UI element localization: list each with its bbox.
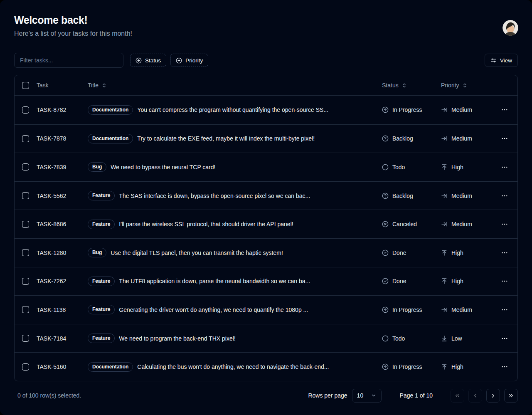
- circle-check-icon: [382, 278, 389, 284]
- row-actions-button[interactable]: [498, 190, 511, 201]
- actions-cell: [492, 219, 517, 230]
- status-cell: Todo: [374, 335, 437, 342]
- row-checkbox[interactable]: [22, 163, 29, 170]
- status-text: Done: [392, 278, 406, 284]
- row-checkbox[interactable]: [22, 135, 29, 142]
- arrow-up-to-line-icon: [441, 278, 448, 284]
- chevrons-up-down-icon: [401, 83, 407, 88]
- label-badge: Documentation: [88, 362, 133, 372]
- status-sort-button[interactable]: Status: [382, 82, 407, 89]
- ellipsis-icon: [501, 335, 508, 342]
- title-column-header: Title: [88, 82, 99, 89]
- priority-text: High: [451, 249, 463, 256]
- row-actions-button[interactable]: [498, 219, 511, 230]
- table-row: TASK-1280BugUse the digital TLS panel, t…: [15, 238, 517, 267]
- row-checkbox[interactable]: [22, 249, 29, 256]
- row-cell-checkbox: [15, 363, 33, 371]
- select-all-checkbox[interactable]: [22, 82, 29, 89]
- ellipsis-icon: [501, 277, 508, 285]
- task-title: You can't compress the program without q…: [137, 106, 328, 113]
- priority-sort-button[interactable]: Priority: [441, 82, 468, 89]
- circle-x-icon: [382, 221, 389, 227]
- actions-cell: [492, 133, 517, 144]
- arrow-right-to-line-icon: [441, 221, 448, 227]
- table-row: TASK-8782DocumentationYou can't compress…: [15, 96, 517, 124]
- arrow-right-to-line-icon: [441, 135, 448, 142]
- priority-text: Medium: [451, 221, 472, 227]
- circle-help-icon: [382, 135, 389, 142]
- circle-icon: [382, 164, 389, 170]
- view-options-label: View: [500, 57, 512, 64]
- row-checkbox[interactable]: [22, 335, 29, 342]
- row-checkbox[interactable]: [22, 192, 29, 199]
- row-actions-button[interactable]: [498, 304, 511, 315]
- priority-cell: High: [437, 249, 492, 256]
- priority-text: Medium: [451, 106, 472, 113]
- row-actions-button[interactable]: [498, 276, 511, 287]
- chevron-left-icon: [472, 393, 478, 399]
- arrow-up-to-line-icon: [441, 363, 448, 370]
- row-cell-title: FeatureI'll parse the wireless SSL proto…: [84, 220, 374, 229]
- rows-per-page-select[interactable]: 10: [352, 389, 382, 403]
- priority-cell: Medium: [437, 106, 492, 113]
- label-badge: Documentation: [88, 134, 133, 143]
- title-sort-button[interactable]: Title: [88, 82, 107, 89]
- status-cell: Backlog: [374, 193, 437, 199]
- actions-cell: [492, 247, 517, 258]
- label-badge: Feature: [88, 333, 115, 343]
- row-actions-button[interactable]: [498, 133, 511, 144]
- last-page-button[interactable]: [504, 389, 518, 403]
- actions-cell: [492, 276, 517, 287]
- priority-cell: High: [437, 278, 492, 284]
- row-cell-title: FeatureThe UTF8 application is down, par…: [84, 277, 374, 286]
- header-cell-title: Title: [84, 82, 374, 89]
- row-actions-button[interactable]: [498, 247, 511, 258]
- arrow-right-to-line-icon: [441, 106, 448, 113]
- user-avatar[interactable]: [502, 20, 518, 36]
- table-row: TASK-1138FeatureGenerating the driver wo…: [15, 295, 517, 324]
- table-row: TASK-7262FeatureThe UTF8 application is …: [15, 267, 517, 296]
- task-title: We need to bypass the neural TCP card!: [111, 164, 215, 170]
- page-title: Welcome back!: [14, 14, 518, 26]
- task-title: Use the digital TLS panel, then you can …: [111, 249, 283, 256]
- tasks-page: Welcome back! Here's a list of your task…: [0, 0, 532, 415]
- label-badge: Feature: [88, 305, 115, 314]
- ellipsis-icon: [501, 249, 508, 257]
- row-checkbox[interactable]: [22, 306, 29, 313]
- priority-filter-button[interactable]: Priority: [170, 54, 208, 67]
- status-cell: Backlog: [374, 135, 437, 142]
- row-checkbox[interactable]: [22, 363, 29, 371]
- priority-filter-label: Priority: [185, 57, 203, 64]
- first-page-button: [451, 389, 464, 403]
- rows-per-page-label: Rows per page: [308, 392, 347, 399]
- row-checkbox[interactable]: [22, 278, 29, 285]
- status-cell: Done: [374, 249, 437, 256]
- task-title: The SAS interface is down, bypass the op…: [119, 193, 310, 199]
- filter-tasks-input[interactable]: [14, 53, 123, 68]
- task-title: Try to calculate the EXE feed, maybe it …: [137, 135, 315, 142]
- table-row: TASK-7839BugWe need to bypass the neural…: [15, 153, 517, 181]
- page-indicator: Page 1 of 10: [400, 392, 433, 399]
- view-options-button[interactable]: View: [485, 54, 518, 67]
- row-checkbox[interactable]: [22, 221, 29, 228]
- status-text: Todo: [392, 335, 405, 342]
- header-cell-checkbox: [15, 82, 33, 89]
- row-actions-button[interactable]: [498, 104, 511, 115]
- row-actions-button[interactable]: [498, 162, 511, 173]
- status-filter-button[interactable]: Status: [130, 54, 166, 67]
- priority-cell: Medium: [437, 306, 492, 313]
- priority-text: High: [451, 363, 463, 370]
- ellipsis-icon: [501, 106, 508, 114]
- priority-text: Low: [451, 335, 462, 342]
- table-row: TASK-7184FeatureWe need to program the b…: [15, 324, 517, 353]
- ellipsis-icon: [501, 220, 508, 228]
- circle-plus-icon: [135, 57, 142, 64]
- row-cell-checkbox: [15, 106, 33, 114]
- next-page-button[interactable]: [486, 389, 500, 403]
- ellipsis-icon: [501, 163, 508, 171]
- row-actions-button[interactable]: [498, 333, 511, 344]
- row-actions-button[interactable]: [498, 361, 511, 372]
- arrow-up-to-line-icon: [441, 249, 448, 256]
- row-checkbox[interactable]: [22, 106, 29, 114]
- circle-arrow-up-icon: [382, 306, 389, 313]
